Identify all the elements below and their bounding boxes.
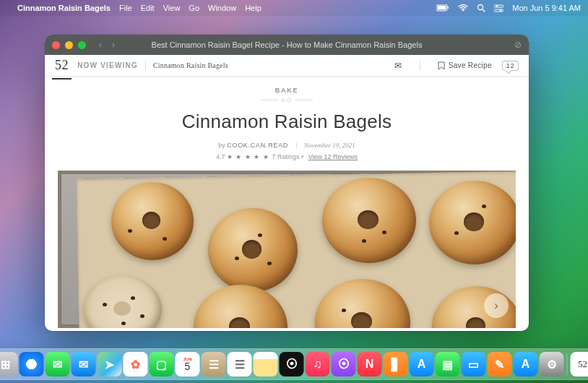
menu-view[interactable]: View: [163, 4, 181, 12]
battery-icon[interactable]: [436, 4, 449, 12]
breadcrumb[interactable]: Cinnamon Raisin Bagels: [153, 61, 228, 69]
dock-music[interactable]: ♫: [306, 352, 330, 376]
svg-rect-1: [438, 6, 446, 10]
svg-rect-7: [494, 9, 503, 12]
svg-point-9: [500, 9, 501, 11]
dock-notes[interactable]: [254, 352, 278, 376]
svg-point-3: [462, 9, 464, 11]
svg-point-4: [478, 5, 483, 10]
carousel-next-button[interactable]: ›: [484, 293, 509, 318]
dock-safari[interactable]: ✦: [20, 352, 44, 376]
reader-icon[interactable]: ⊘: [514, 40, 522, 50]
now-viewing-label: NOW VIEWING: [77, 61, 138, 69]
menubar-clock[interactable]: Mon Jun 5 9:41 AM: [512, 4, 581, 12]
window-zoom-button[interactable]: [78, 41, 86, 49]
dock-launchpad[interactable]: ⊞: [0, 352, 18, 376]
menu-file[interactable]: File: [119, 4, 132, 12]
dock-photos[interactable]: ✿: [124, 352, 148, 376]
divider: [296, 142, 297, 149]
comment-count-button[interactable]: 12: [502, 61, 519, 71]
menubar: Cinnamon Raisin Bagels File Edit View Go…: [0, 0, 588, 16]
window-minimize-button[interactable]: [65, 41, 73, 49]
dock-contacts[interactable]: ☰: [202, 352, 226, 376]
divider: [145, 61, 146, 71]
dock-tv[interactable]: ⦿: [280, 352, 304, 376]
view-reviews-link[interactable]: View 12 Reviews: [308, 153, 358, 160]
byline-by: by: [218, 142, 225, 149]
menu-help[interactable]: Help: [245, 4, 261, 12]
recipe-date: November 19, 2021: [304, 142, 355, 149]
dock-keynote[interactable]: ▭: [462, 352, 486, 376]
dock-pages[interactable]: ✎: [488, 352, 512, 376]
dock-maps[interactable]: ➤: [98, 352, 122, 376]
window-title: Best Cinnamon Raisin Bagel Recipe - How …: [45, 40, 529, 49]
wifi-icon[interactable]: [458, 4, 468, 12]
bookmark-icon: [438, 61, 445, 70]
menu-go[interactable]: Go: [189, 4, 199, 12]
ratings-count: 7 Ratings: [272, 153, 299, 160]
nav-back-button[interactable]: ‹: [99, 40, 102, 50]
dock-mail[interactable]: ✉: [72, 352, 96, 376]
save-recipe-label: Save Recipe: [449, 61, 492, 69]
menu-edit[interactable]: Edit: [141, 4, 155, 12]
ornament-icon: ◇◇: [45, 97, 529, 103]
dock-separator: [567, 353, 568, 375]
dock-numbers[interactable]: ▤: [436, 352, 460, 376]
recipe-title: Cinnamon Raisin Bagels: [45, 111, 529, 133]
dock-messages[interactable]: ✉: [46, 352, 70, 376]
dock-podcasts[interactable]: ⦿: [332, 352, 356, 376]
save-recipe-button[interactable]: Save Recipe: [438, 61, 492, 70]
svg-rect-2: [448, 7, 449, 9]
email-icon[interactable]: ✉: [394, 61, 402, 71]
browser-window: ‹ › Best Cinnamon Raisin Bagel Recipe - …: [45, 35, 529, 331]
recipe-content: BAKE ◇◇ Cinnamon Raisin Bagels by COOK.C…: [45, 77, 529, 331]
control-center-icon[interactable]: [494, 4, 503, 12]
dock-reminders[interactable]: ☰: [228, 352, 252, 376]
svg-rect-6: [494, 5, 503, 7]
search-icon[interactable]: [477, 4, 485, 12]
dock-facetime[interactable]: ▢: [150, 352, 174, 376]
svg-line-5: [483, 9, 485, 12]
dock-food52[interactable]: 52: [571, 352, 589, 376]
nav-forward-button[interactable]: ›: [112, 40, 115, 50]
divider: [420, 61, 420, 71]
bullet: •: [301, 153, 306, 160]
dock: ☺⊞✦✉✉➤✿▢JUN5☰☰⦿♫⦿N▋A▤▭✎A⚙52🗑: [0, 348, 588, 380]
dock-calendar[interactable]: JUN5: [176, 352, 200, 376]
svg-point-8: [496, 5, 498, 7]
menu-window[interactable]: Window: [208, 4, 236, 12]
recipe-category[interactable]: BAKE: [45, 87, 529, 94]
dock-settings[interactable]: ⚙: [540, 352, 564, 376]
window-close-button[interactable]: [52, 41, 60, 49]
rating-stars-icon: ★ ★ ★ ★ ★: [227, 153, 272, 160]
dock-books[interactable]: ▋: [384, 352, 408, 376]
dock-appstore2[interactable]: A: [514, 352, 538, 376]
site-logo[interactable]: 52: [55, 58, 69, 73]
dock-news[interactable]: N: [358, 352, 382, 376]
recipe-author[interactable]: COOK.CAN.READ: [227, 142, 288, 149]
rating-value: 4.7: [216, 153, 225, 160]
recipe-hero-image: ›: [58, 171, 516, 328]
window-titlebar: ‹ › Best Cinnamon Raisin Bagel Recipe - …: [45, 35, 529, 55]
site-header: 52 NOW VIEWING Cinnamon Raisin Bagels ✉ …: [45, 55, 529, 77]
dock-appstore[interactable]: A: [410, 352, 434, 376]
app-menu[interactable]: Cinnamon Raisin Bagels: [17, 4, 111, 12]
